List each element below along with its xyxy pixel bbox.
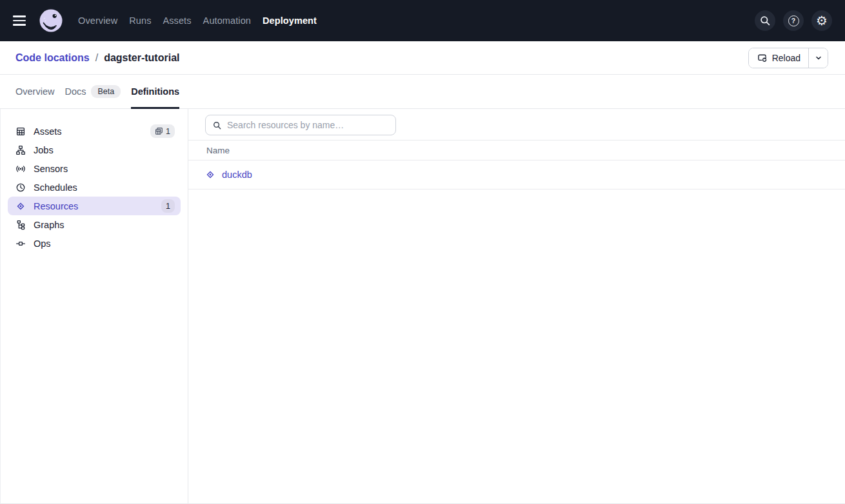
sidebar-item-label: Graphs — [34, 220, 65, 230]
asset-group-icon — [155, 127, 163, 135]
definitions-sidebar: Assets 1 — [1, 109, 188, 503]
resource-search-row — [188, 109, 845, 141]
reload-button-label: Reload — [772, 53, 800, 63]
sidebar-item-label: Resources — [34, 201, 78, 211]
breadcrumb-separator: / — [95, 52, 98, 64]
sidebar-item-resources[interactable]: Resources 1 — [8, 197, 181, 215]
jobs-icon — [15, 145, 26, 155]
sidebar-item-assets[interactable]: Assets 1 — [8, 122, 181, 141]
search-icon — [759, 15, 771, 26]
reload-code-location-icon — [757, 52, 768, 63]
chevron-down-icon — [814, 53, 823, 63]
nav-item-assets[interactable]: Assets — [163, 15, 191, 26]
resource-link-duckdb[interactable]: duckdb — [222, 170, 252, 180]
breadcrumb: Code locations / dagster-tutorial — [15, 52, 179, 64]
assets-count: 1 — [166, 127, 170, 136]
sidebar-item-ops[interactable]: Ops — [8, 234, 181, 253]
resource-compass-icon — [205, 170, 215, 180]
sidebar-item-label: Sensors — [34, 164, 68, 174]
sidebar-item-schedules[interactable]: Schedules — [8, 178, 181, 197]
page-header: Code locations / dagster-tutorial Reload — [0, 41, 845, 75]
graphs-icon — [15, 220, 26, 230]
sidebar-item-label: Ops — [34, 238, 51, 249]
sidebar-item-graphs[interactable]: Graphs — [8, 215, 181, 234]
resources-count: 1 — [166, 202, 170, 211]
app-root: Overview Runs Assets Automation Deployme… — [0, 0, 845, 504]
ops-icon — [15, 238, 26, 249]
tab-definitions[interactable]: Definitions — [131, 75, 179, 108]
help-icon: ? — [788, 15, 799, 26]
dagster-logo[interactable] — [39, 9, 63, 32]
nav-item-runs[interactable]: Runs — [129, 15, 151, 26]
tab-docs[interactable]: Docs — [65, 86, 86, 97]
top-navbar: Overview Runs Assets Automation Deployme… — [0, 0, 845, 41]
reload-dropdown-button[interactable] — [808, 48, 828, 68]
resources-compass-icon — [15, 201, 26, 211]
dagster-logo-icon — [39, 9, 63, 32]
table-header-row: Name — [188, 141, 845, 160]
definitions-content: Assets 1 — [0, 109, 845, 504]
resources-count-badge: 1 — [161, 199, 175, 213]
assets-count-badge: 1 — [150, 124, 175, 138]
tab-docs-group: Docs Beta — [65, 75, 121, 108]
settings-button[interactable]: ⚙ — [811, 10, 832, 31]
column-header-name: Name — [206, 146, 230, 155]
primary-nav: Overview Runs Assets Automation Deployme… — [78, 15, 317, 26]
table-row[interactable]: duckdb — [188, 160, 845, 189]
breadcrumb-current: dagster-tutorial — [104, 52, 179, 64]
resources-panel: Name duckdb — [188, 109, 845, 503]
reload-button[interactable]: Reload — [749, 48, 808, 68]
nav-item-automation[interactable]: Automation — [203, 15, 251, 26]
help-button[interactable]: ? — [783, 10, 804, 31]
nav-item-overview[interactable]: Overview — [78, 15, 117, 26]
sidebar-item-sensors[interactable]: Sensors — [8, 159, 181, 178]
tabs-bar: Overview Docs Beta Definitions — [0, 75, 845, 109]
breadcrumb-code-locations-link[interactable]: Code locations — [15, 52, 90, 64]
resource-search-input[interactable] — [227, 120, 389, 130]
gear-icon: ⚙ — [816, 14, 828, 27]
reload-split-button: Reload — [748, 48, 828, 68]
sidebar-item-jobs[interactable]: Jobs — [8, 141, 181, 159]
tab-overview[interactable]: Overview — [15, 75, 54, 108]
assets-table-icon — [15, 126, 26, 137]
nav-item-deployment[interactable]: Deployment — [263, 15, 317, 26]
search-icon — [212, 121, 222, 130]
sidebar-item-label: Jobs — [34, 145, 54, 155]
schedules-icon — [15, 182, 26, 193]
sidebar-item-label: Schedules — [34, 182, 77, 193]
sidebar-item-label: Assets — [34, 126, 62, 137]
beta-badge: Beta — [91, 85, 121, 99]
resource-search — [205, 115, 396, 135]
hamburger-icon — [13, 15, 26, 17]
sensors-icon — [15, 164, 26, 174]
global-search-button[interactable] — [755, 10, 775, 31]
hamburger-menu-button[interactable] — [13, 12, 31, 30]
